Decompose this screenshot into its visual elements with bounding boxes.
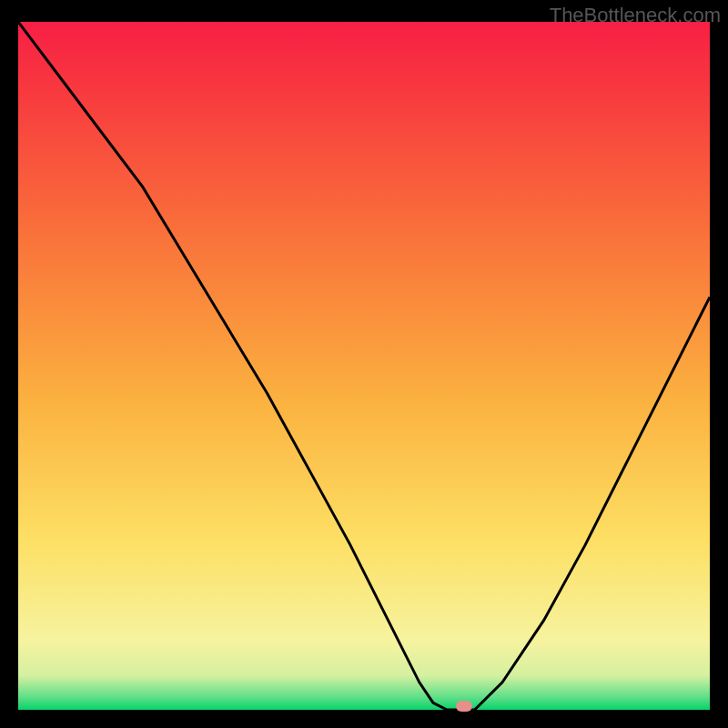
- minimum-marker: [456, 701, 472, 712]
- watermark-text: TheBottleneck.com: [550, 4, 721, 27]
- plot-frame: [18, 22, 710, 710]
- chart-svg: [18, 22, 710, 710]
- gradient-background: [18, 22, 710, 710]
